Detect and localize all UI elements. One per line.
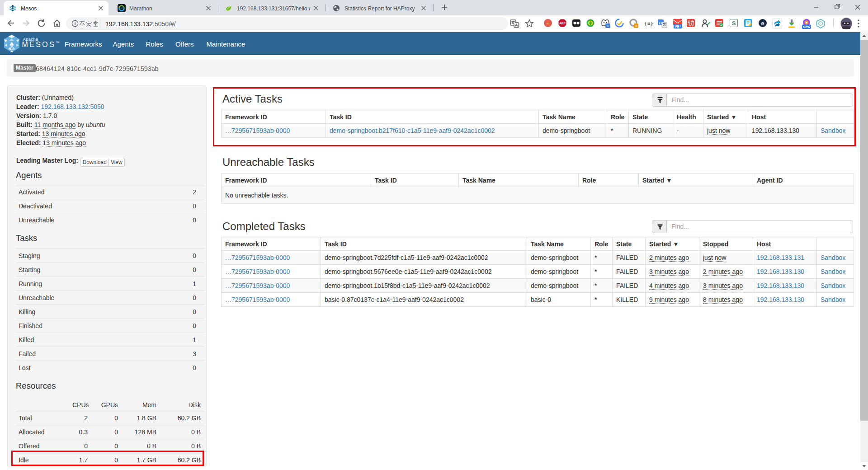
svg-text:ABP: ABP (559, 22, 566, 25)
svg-text:99+: 99+ (675, 24, 681, 28)
svg-text:1: 1 (635, 24, 637, 28)
svg-text:e: e (761, 20, 764, 27)
svg-text:1: 1 (607, 24, 609, 28)
svg-text:{≡}: {≡} (644, 21, 653, 27)
svg-text:∞: ∞ (546, 21, 549, 26)
svg-text:New: New (803, 25, 811, 29)
svg-text:S: S (732, 20, 736, 27)
